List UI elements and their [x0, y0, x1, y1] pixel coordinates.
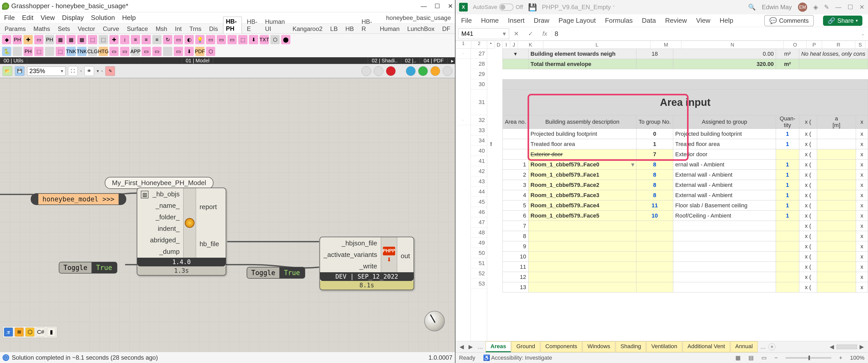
- cell[interactable]: Room_1_cbbef579..Face3: [528, 190, 636, 201]
- cell[interactable]: [673, 262, 776, 272]
- cell[interactable]: [487, 201, 495, 211]
- ribbon-icon[interactable]: ▭: [152, 47, 161, 56]
- tab-human[interactable]: Human: [377, 24, 402, 33]
- ribbon-icon[interactable]: [13, 47, 22, 56]
- component-hb-dump[interactable]: ▥ _hb_objs _name_ _folder_ indent_ abrid…: [137, 188, 226, 276]
- cell[interactable]: [487, 241, 495, 251]
- cell[interactable]: m²: [776, 49, 799, 59]
- spreadsheet-grid[interactable]: · · 272829303132333440414243444546474849…: [456, 49, 868, 341]
- cell[interactable]: Treated floor area: [528, 139, 636, 149]
- ribbon-icon[interactable]: ⬚: [56, 47, 65, 56]
- cell[interactable]: x (: [799, 129, 817, 139]
- cell[interactable]: [495, 211, 502, 221]
- formula-input[interactable]: 8: [552, 30, 858, 38]
- cell[interactable]: [776, 262, 799, 272]
- ribbon-icon[interactable]: PH: [24, 47, 33, 56]
- cell[interactable]: m²: [776, 59, 799, 69]
- cell[interactable]: 0.00: [673, 49, 776, 59]
- sheet-tab-components[interactable]: Components: [540, 341, 582, 352]
- cell[interactable]: [817, 211, 856, 221]
- col-header[interactable]: I: [502, 41, 510, 49]
- col-header[interactable]: L: [544, 41, 651, 49]
- cell[interactable]: [637, 282, 673, 293]
- cell[interactable]: x: [856, 231, 868, 241]
- ribbon-icon[interactable]: ▭: [217, 35, 226, 44]
- input-port[interactable]: _activate_variants: [323, 251, 377, 259]
- cell[interactable]: [528, 241, 636, 251]
- zoom-slider[interactable]: [785, 357, 832, 359]
- row-header[interactable]: 48: [471, 228, 487, 238]
- maximize-icon[interactable]: ☐: [435, 3, 440, 10]
- ribbon-icon[interactable]: ▭: [206, 35, 215, 44]
- cell[interactable]: x: [856, 149, 868, 159]
- input-port[interactable]: _hbjson_file: [342, 239, 377, 247]
- zoom-input[interactable]: 235%▾: [27, 66, 65, 76]
- row-header[interactable]: 43: [471, 176, 487, 187]
- cell[interactable]: Total thermal envelope: [528, 59, 636, 69]
- cell[interactable]: [528, 221, 636, 231]
- cell[interactable]: [495, 190, 502, 201]
- tab-dis[interactable]: Dis: [207, 24, 221, 33]
- cell[interactable]: [495, 149, 502, 159]
- orb-green-icon[interactable]: [418, 66, 428, 76]
- cell[interactable]: [817, 180, 856, 190]
- cell[interactable]: 1: [776, 139, 799, 149]
- cell[interactable]: x (: [799, 282, 817, 293]
- cell[interactable]: 4: [502, 190, 528, 201]
- group-expand-icon[interactable]: •: [487, 41, 495, 48]
- ribbon-icon[interactable]: 💡: [195, 35, 205, 44]
- xl-titlebar[interactable]: X AutoSave Off 💾 PHPP_V9.6a_EN_Empty ˅ 🔍…: [456, 0, 868, 14]
- cell[interactable]: [502, 149, 528, 159]
- cell[interactable]: Exterior door: [673, 149, 776, 159]
- cell[interactable]: [487, 129, 495, 139]
- menu-help[interactable]: Help: [122, 14, 136, 22]
- cell[interactable]: x: [856, 211, 868, 221]
- tab-params[interactable]: Params: [2, 24, 28, 33]
- menu-page-layout[interactable]: Page Layout: [558, 17, 596, 25]
- tab-hb[interactable]: HB: [343, 24, 356, 33]
- cell[interactable]: 1: [776, 201, 799, 211]
- cell[interactable]: [495, 170, 502, 180]
- switch-icon[interactable]: [499, 4, 514, 11]
- cell[interactable]: [817, 129, 856, 139]
- cell[interactable]: [487, 49, 502, 59]
- menu-review[interactable]: Review: [665, 17, 687, 25]
- cell[interactable]: x: [856, 129, 868, 139]
- cell[interactable]: [487, 251, 495, 262]
- cell[interactable]: Projected building footprint: [673, 129, 776, 139]
- input-port[interactable]: _dump: [159, 248, 180, 255]
- cell[interactable]: [487, 159, 495, 170]
- close-icon[interactable]: ✕: [859, 4, 864, 11]
- sheet-tab-ground[interactable]: Ground: [512, 341, 540, 352]
- cell[interactable]: [487, 115, 502, 129]
- panel-label-input[interactable]: My_First_Honeybee_PH_Model: [105, 177, 213, 189]
- cell[interactable]: 0: [637, 129, 673, 139]
- cell[interactable]: Area no.: [502, 115, 528, 129]
- cell[interactable]: Treated floor area: [673, 139, 776, 149]
- cell[interactable]: x (: [799, 139, 817, 149]
- cell[interactable]: [799, 59, 868, 69]
- row-header[interactable]: 40: [471, 146, 487, 156]
- cell[interactable]: [495, 201, 502, 211]
- cell[interactable]: [637, 262, 673, 272]
- row-header[interactable]: 50: [471, 248, 487, 258]
- component-phpp-write[interactable]: _hbjson_file _activate_variants _write P…: [319, 237, 414, 290]
- tab-vector[interactable]: Vector: [75, 24, 98, 33]
- input-port[interactable]: _folder_: [156, 213, 180, 221]
- cell[interactable]: [495, 251, 502, 262]
- tab-df[interactable]: DF: [440, 24, 453, 33]
- sheet-tab-ventilation[interactable]: Ventilation: [646, 341, 682, 352]
- ribbon-icon[interactable]: ⬇: [249, 35, 258, 44]
- cell[interactable]: [487, 221, 495, 231]
- zoom-out-icon[interactable]: −: [774, 355, 778, 361]
- menu-home[interactable]: Home: [481, 17, 499, 25]
- cell[interactable]: [487, 231, 495, 241]
- row-header[interactable]: 31: [471, 89, 487, 115]
- tab-more-icon[interactable]: …: [475, 343, 485, 350]
- cell[interactable]: 13: [502, 282, 528, 293]
- cell[interactable]: x: [856, 170, 868, 180]
- cell[interactable]: [487, 180, 495, 190]
- fx-icon[interactable]: fx: [542, 30, 547, 37]
- output-port[interactable]: out: [401, 252, 410, 260]
- data-table[interactable]: ▾Building element towards neigh180.00m²N…: [487, 49, 868, 293]
